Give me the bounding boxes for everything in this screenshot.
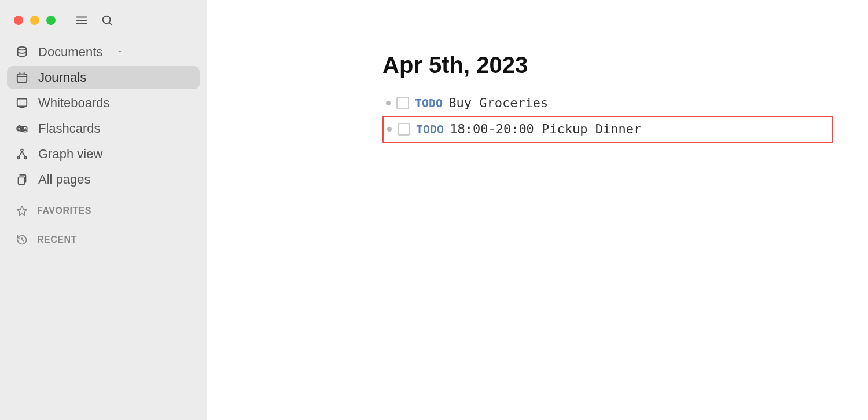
- sidebar-item-whiteboards[interactable]: Whiteboards: [7, 92, 200, 115]
- task-text[interactable]: 18:00-20:00 Pickup Dinner: [450, 120, 641, 138]
- sidebar-item-flashcards[interactable]: Flashcards: [7, 117, 200, 140]
- sidebar-item-label: Journals: [38, 71, 86, 84]
- task-row[interactable]: TODO Buy Groceries: [382, 91, 833, 116]
- page-title: Apr 5th, 2023: [382, 52, 833, 78]
- chevron-down-icon: [116, 48, 123, 56]
- task-text[interactable]: Buy Groceries: [448, 94, 548, 112]
- window-maximize-button[interactable]: [46, 16, 56, 25]
- svg-marker-17: [17, 206, 27, 216]
- sidebar-item-graph-view[interactable]: Graph view: [7, 143, 200, 166]
- graph-icon: [15, 147, 29, 161]
- search-icon[interactable]: [101, 14, 113, 27]
- sidebar-item-journals[interactable]: Journals: [7, 66, 200, 89]
- svg-rect-10: [17, 99, 27, 107]
- bullet-icon: [387, 127, 392, 132]
- sidebar-section-favorites[interactable]: FAVORITES: [7, 193, 200, 222]
- main-content: Apr 5th, 2023 TODO Buy Groceries TODO 18…: [207, 0, 868, 420]
- task-row-highlighted[interactable]: TODO 18:00-20:00 Pickup Dinner: [382, 116, 833, 143]
- window-minimize-button[interactable]: [30, 16, 39, 25]
- sidebar: Documents Journals Whiteboards Flashcard…: [0, 0, 207, 420]
- sidebar-item-label: All pages: [38, 173, 91, 186]
- svg-rect-6: [17, 74, 27, 83]
- task-checkbox[interactable]: [398, 123, 410, 136]
- window-close-button[interactable]: [14, 16, 23, 25]
- database-icon: [15, 45, 29, 59]
- svg-line-14: [19, 151, 23, 156]
- top-icons: [75, 14, 113, 27]
- todo-tag: TODO: [415, 95, 443, 111]
- sidebar-item-documents[interactable]: Documents: [7, 41, 200, 64]
- svg-line-15: [22, 151, 25, 156]
- task-checkbox[interactable]: [396, 97, 409, 109]
- menu-icon[interactable]: [75, 14, 88, 27]
- sidebar-item-label: Flashcards: [38, 122, 101, 135]
- section-label: RECENT: [37, 235, 77, 245]
- sidebar-item-label: Whiteboards: [38, 97, 110, 109]
- infinity-icon: [15, 122, 29, 136]
- svg-line-4: [109, 23, 112, 25]
- svg-point-5: [18, 47, 27, 50]
- sidebar-item-label: Documents: [38, 46, 102, 59]
- window-controls: [7, 9, 200, 41]
- sidebar-section-recent[interactable]: RECENT: [7, 222, 200, 251]
- section-label: FAVORITES: [37, 206, 91, 216]
- pages-icon: [15, 173, 29, 187]
- bullet-icon: [386, 101, 391, 105]
- svg-rect-16: [19, 177, 25, 184]
- calendar-icon: [15, 71, 29, 85]
- star-icon: [15, 204, 29, 218]
- sidebar-item-all-pages[interactable]: All pages: [7, 168, 200, 191]
- whiteboard-icon: [15, 96, 29, 110]
- history-icon: [15, 233, 29, 247]
- todo-tag: TODO: [416, 121, 444, 137]
- sidebar-item-label: Graph view: [38, 148, 102, 160]
